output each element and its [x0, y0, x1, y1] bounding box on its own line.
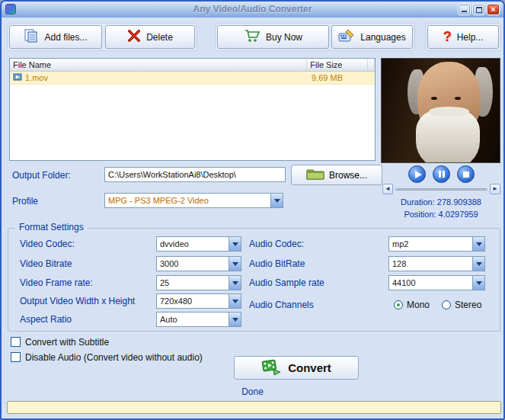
video-preview[interactable]: [381, 58, 500, 163]
help-label: Help...: [457, 32, 484, 43]
stereo-radio-label[interactable]: Stereo: [455, 300, 481, 310]
convert-icon: [261, 357, 281, 378]
video-bitrate-value: 3000: [157, 259, 229, 268]
stereo-radio[interactable]: [442, 300, 451, 309]
status-text: Done: [2, 386, 503, 397]
buy-now-label: Buy Now: [266, 32, 302, 43]
output-folder-input[interactable]: [104, 167, 286, 182]
video-frame-rate-value: 25: [157, 278, 229, 287]
window-title: Any Video/Audio Converter: [2, 4, 503, 14]
languages-icon: [338, 28, 355, 46]
buy-now-button[interactable]: Buy Now: [217, 25, 329, 49]
aspect-ratio-label: Aspect Ratio: [20, 314, 72, 325]
pause-icon: [439, 171, 441, 178]
column-header-file-size[interactable]: File Size: [307, 59, 368, 71]
audio-sample-rate-select[interactable]: 44100: [388, 275, 485, 290]
audio-sample-rate-label: Audio Sample rate: [249, 277, 324, 288]
duration-text: Duration: 278.909388: [379, 197, 503, 207]
mono-radio-label[interactable]: Mono: [407, 300, 430, 310]
audio-bitrate-value: 128: [389, 259, 472, 268]
close-button[interactable]: ×: [487, 4, 500, 15]
output-size-value: 720x480: [157, 297, 229, 306]
chevron-down-icon[interactable]: [472, 257, 484, 271]
position-text: Position: 4.0297959: [379, 210, 503, 219]
chevron-down-icon[interactable]: [270, 194, 283, 207]
minimize-button[interactable]: [458, 4, 471, 15]
seek-forward-button[interactable]: ►: [490, 184, 500, 194]
output-folder-label: Output Folder:: [12, 170, 71, 181]
shopping-cart-icon: [244, 28, 260, 46]
file-row[interactable]: 1.mov 9.69 MB: [10, 72, 375, 85]
profile-label: Profile: [12, 196, 38, 207]
seek-track[interactable]: [395, 188, 487, 191]
file-list[interactable]: File Name File Size 1.mov 9.69 MB: [9, 58, 376, 161]
video-codec-select[interactable]: dvvideo: [156, 236, 241, 252]
maximize-icon: [476, 7, 482, 13]
video-frame-rate-label: Video Frame rate:: [20, 277, 93, 288]
profile-select[interactable]: MPG - PS3 MPEG-2 Video: [104, 193, 283, 208]
media-clip-icon: [13, 72, 22, 83]
aspect-ratio-value: Auto: [157, 315, 229, 324]
delete-label: Delete: [146, 32, 173, 43]
video-bitrate-select[interactable]: 3000: [156, 256, 241, 271]
delete-button[interactable]: Delete: [105, 25, 195, 49]
browse-label: Browse...: [329, 170, 367, 181]
app-window: Any Video/Audio Converter × Add files...: [0, 0, 505, 420]
help-button[interactable]: ? Help...: [427, 25, 499, 49]
output-size-label: Output Video Width x Height: [20, 296, 135, 306]
folder-icon: [306, 167, 324, 183]
audio-sample-rate-value: 44100: [389, 278, 472, 287]
file-name: 1.mov: [25, 73, 48, 82]
column-header-file-name[interactable]: File Name: [10, 59, 307, 71]
video-frame-rate-select[interactable]: 25: [156, 275, 241, 290]
add-files-label: Add files...: [44, 32, 87, 43]
column-header-spacer: [368, 59, 375, 71]
seek-back-button[interactable]: ◄: [382, 184, 393, 194]
video-codec-value: dvvideo: [157, 239, 229, 248]
disable-audio-label[interactable]: Disable Audio (Convert video without aud…: [25, 352, 203, 363]
delete-icon: [127, 29, 141, 45]
convert-with-subtitle-label[interactable]: Convert with Subtitle: [25, 337, 109, 348]
browse-button[interactable]: Browse...: [291, 165, 382, 185]
progress-bar: [7, 401, 501, 414]
audio-bitrate-label: Audio BitRate: [249, 258, 305, 269]
pause-button[interactable]: [433, 165, 450, 183]
audio-codec-label: Audio Codec:: [249, 239, 304, 249]
chevron-down-icon[interactable]: [472, 237, 484, 251]
disable-audio-checkbox[interactable]: [11, 352, 21, 362]
preview-art: [416, 110, 480, 163]
close-icon: ×: [487, 5, 499, 14]
chevron-down-icon[interactable]: [229, 257, 241, 271]
format-settings-title: Format Settings: [15, 222, 88, 232]
chevron-down-icon[interactable]: [229, 276, 241, 290]
stop-icon: [463, 172, 469, 178]
aspect-ratio-select[interactable]: Auto: [156, 312, 241, 327]
convert-button[interactable]: Convert: [234, 356, 359, 380]
audio-channels-label: Audio Channels: [249, 300, 314, 310]
mono-radio[interactable]: [394, 300, 403, 309]
chevron-down-icon[interactable]: [229, 313, 241, 326]
video-codec-label: Video Codec:: [20, 239, 75, 249]
audio-codec-select[interactable]: mp2: [388, 236, 485, 252]
audio-codec-value: mp2: [389, 239, 472, 248]
profile-value: MPG - PS3 MPEG-2 Video: [105, 196, 270, 205]
file-size: 9.69 MB: [308, 73, 369, 82]
chevron-down-icon[interactable]: [229, 237, 241, 251]
output-size-select[interactable]: 720x480: [156, 293, 241, 309]
file-list-header: File Name File Size: [10, 59, 375, 72]
play-icon: [415, 171, 422, 178]
add-files-button[interactable]: Add files...: [9, 25, 102, 49]
title-bar[interactable]: Any Video/Audio Converter ×: [2, 2, 503, 18]
add-files-icon: [24, 28, 39, 46]
play-button[interactable]: [408, 165, 426, 183]
help-icon: ?: [443, 29, 452, 45]
convert-with-subtitle-checkbox[interactable]: [11, 337, 21, 347]
stop-button[interactable]: [457, 165, 475, 183]
languages-label: Languages: [360, 32, 405, 43]
audio-bitrate-select[interactable]: 128: [388, 256, 485, 271]
chevron-down-icon[interactable]: [229, 294, 241, 308]
chevron-down-icon[interactable]: [472, 276, 484, 290]
languages-button[interactable]: Languages: [331, 25, 413, 49]
minimize-icon: [462, 11, 467, 12]
maximize-button[interactable]: [472, 4, 485, 15]
